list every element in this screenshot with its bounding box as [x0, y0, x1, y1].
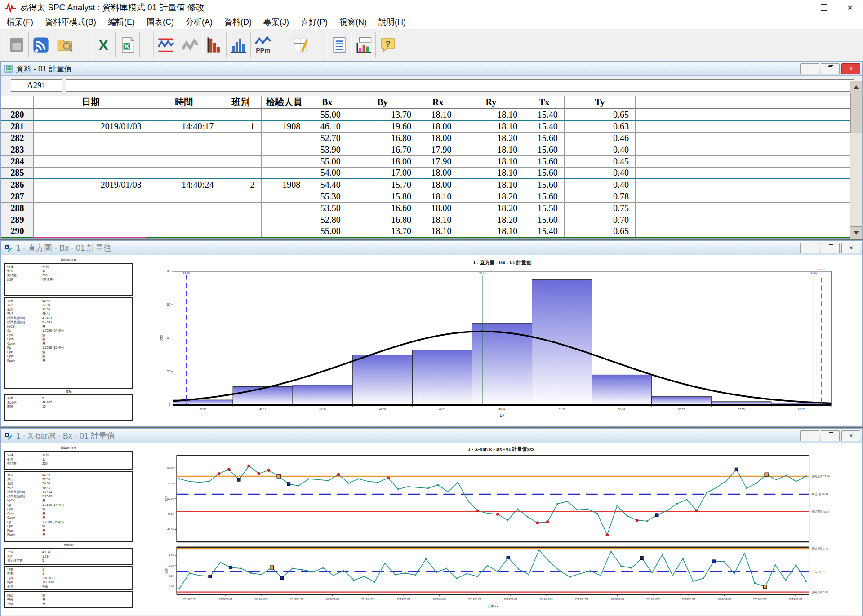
cell[interactable]: 18.10 — [458, 109, 524, 120]
report-icon[interactable] — [327, 32, 351, 58]
cell[interactable] — [148, 155, 220, 167]
cell[interactable]: 18.10 — [458, 179, 524, 191]
cell[interactable] — [261, 167, 307, 179]
cell[interactable]: 0.40 — [564, 167, 635, 179]
minimize-button[interactable] — [785, 0, 811, 15]
menu-item-3[interactable]: 圖表(C) — [141, 15, 180, 29]
window-icon[interactable] — [4, 32, 29, 58]
col-header-10[interactable]: Ty — [564, 96, 635, 109]
cell[interactable]: 18.00 — [418, 132, 458, 144]
cell[interactable]: 15.50 — [524, 202, 564, 214]
menu-item-8[interactable]: 視窗(N) — [334, 15, 373, 29]
col-header-1[interactable]: 日期 — [33, 96, 148, 109]
cell[interactable]: 18.10 — [418, 214, 458, 226]
cell[interactable]: 289 — [1, 214, 34, 226]
close-button[interactable]: ✕ — [837, 0, 863, 15]
cell[interactable] — [261, 226, 307, 237]
edit-table-icon[interactable] — [289, 32, 313, 58]
cell[interactable]: 18.00 — [418, 202, 458, 214]
cell[interactable]: 13.70 — [347, 226, 418, 237]
cell[interactable] — [148, 132, 220, 144]
cell[interactable]: 15.60 — [524, 214, 564, 226]
cell[interactable]: 18.20 — [458, 202, 524, 214]
cell[interactable]: 16.80 — [347, 214, 418, 226]
cell[interactable]: 55.30 — [307, 191, 347, 202]
cell[interactable] — [261, 109, 307, 120]
cell[interactable]: 18.10 — [458, 120, 524, 132]
col-header-9[interactable]: Tx — [524, 96, 564, 109]
folder-search-icon[interactable] — [53, 32, 77, 58]
col-header-6[interactable]: By — [347, 96, 418, 109]
cell[interactable]: 18.10 — [418, 226, 458, 237]
cell[interactable]: 18.10 — [418, 191, 458, 202]
scroll-up-arrow[interactable] — [850, 81, 862, 93]
cell[interactable]: 15.40 — [524, 120, 564, 132]
cell[interactable]: 18.00 — [418, 167, 458, 179]
col-header-7[interactable]: Rx — [418, 96, 458, 109]
cell[interactable] — [220, 155, 261, 167]
cell[interactable] — [148, 191, 220, 202]
cell[interactable]: 2019/01/03 — [33, 179, 148, 191]
cell[interactable]: 281 — [1, 120, 34, 132]
cell[interactable]: 15.60 — [524, 179, 564, 191]
cell[interactable]: 14:40:24 — [148, 179, 220, 191]
data-minimize-button[interactable] — [800, 63, 819, 74]
cell[interactable] — [220, 144, 261, 155]
cell[interactable]: 55.00 — [307, 155, 347, 167]
table-vertical-scrollbar[interactable] — [850, 81, 862, 239]
col-header-4[interactable]: 檢驗人員 — [261, 96, 307, 109]
data-close-button[interactable]: ✕ — [841, 63, 860, 74]
cell[interactable]: 280 — [1, 109, 34, 120]
cell[interactable]: 18.10 — [458, 167, 524, 179]
scroll-down-arrow[interactable] — [850, 226, 862, 239]
control-chart-icon[interactable] — [154, 32, 178, 58]
cell[interactable] — [220, 109, 261, 120]
cell[interactable]: 18.20 — [458, 132, 524, 144]
pareto-table-icon[interactable] — [351, 32, 376, 58]
cell[interactable] — [33, 144, 148, 155]
cell[interactable]: 1908 — [261, 120, 307, 132]
cell[interactable] — [148, 214, 220, 226]
col-header-8[interactable]: Ry — [458, 96, 524, 109]
cell[interactable]: 15.40 — [524, 109, 564, 120]
hist-restore-button[interactable] — [821, 243, 840, 253]
cell[interactable]: 15.60 — [524, 155, 564, 167]
formula-input[interactable] — [66, 79, 854, 92]
cell[interactable] — [148, 226, 220, 237]
cell[interactable]: 0.40 — [564, 144, 635, 155]
cell[interactable]: 18.20 — [458, 214, 524, 226]
cell[interactable]: 284 — [1, 155, 34, 167]
menu-item-2[interactable]: 編輯(E) — [102, 15, 141, 29]
help-icon[interactable]: ? — [376, 32, 400, 58]
cell[interactable]: 282 — [1, 132, 34, 144]
cell[interactable]: 16.60 — [347, 202, 418, 214]
cell[interactable] — [261, 155, 307, 167]
cell[interactable]: 18.00 — [418, 179, 458, 191]
cell[interactable] — [261, 214, 307, 226]
cell[interactable] — [220, 226, 261, 237]
cell[interactable]: 15.80 — [347, 191, 418, 202]
cell[interactable] — [33, 226, 148, 237]
cell[interactable]: 16.80 — [347, 132, 418, 144]
cell[interactable] — [261, 191, 307, 202]
cell[interactable]: 1908 — [261, 179, 307, 191]
col-header-0[interactable] — [1, 96, 34, 109]
histogram-window-titlebar[interactable]: 1 - 直方圖 - Bx - 01 計量值 ✕ — [1, 241, 862, 255]
cell[interactable]: 18.00 — [418, 120, 458, 132]
cell[interactable]: 54.00 — [307, 167, 347, 179]
cell[interactable]: 13.70 — [347, 109, 418, 120]
cell[interactable]: 0.46 — [564, 132, 635, 144]
excel-export-icon[interactable]: X — [91, 32, 116, 58]
cell[interactable]: 55.00 — [307, 109, 347, 120]
cell[interactable] — [33, 109, 148, 120]
cell[interactable] — [220, 214, 261, 226]
col-header-3[interactable]: 班別 — [220, 96, 261, 109]
hist-minimize-button[interactable] — [800, 243, 819, 253]
cell[interactable]: 0.63 — [564, 120, 635, 132]
cell[interactable]: 283 — [1, 144, 34, 155]
menu-item-1[interactable]: 資料庫模式(B) — [39, 15, 102, 29]
maximize-button[interactable] — [811, 0, 837, 15]
cell[interactable]: 287 — [1, 191, 34, 202]
cell[interactable]: 15.40 — [524, 226, 564, 237]
scroll-thumb[interactable] — [850, 93, 862, 133]
